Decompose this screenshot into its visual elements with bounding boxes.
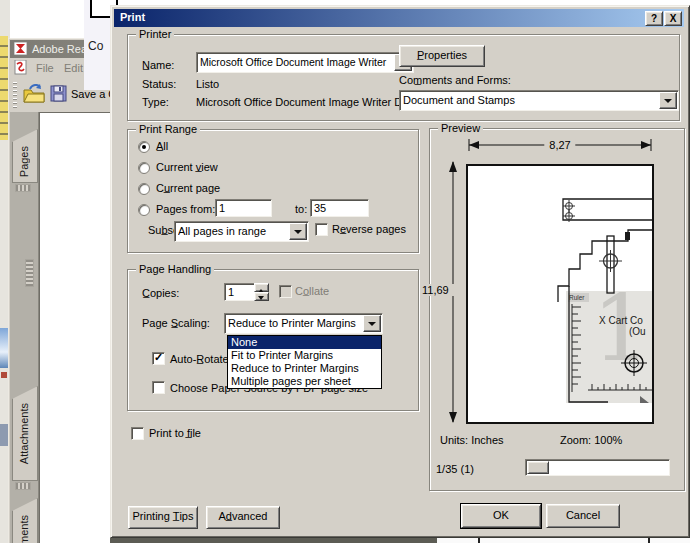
dropdown-option-fit[interactable]: Fit to Printer Margins	[228, 349, 381, 362]
left-red-fragment	[1, 372, 7, 378]
pdf-menu-icon	[13, 60, 28, 75]
left-blue-fragment	[0, 328, 8, 368]
tab-pages[interactable]: Pages	[12, 129, 38, 183]
tab-attachments[interactable]: Attachments	[12, 386, 38, 481]
toolbar-grip[interactable]	[13, 82, 17, 108]
screen: Adobe Reader - [c File Edit View Save a …	[0, 0, 690, 543]
copies-input[interactable]: 1	[224, 283, 257, 301]
preview-legend: Preview	[438, 122, 483, 135]
page-scaling-combo[interactable]: Reduce to Printer Margins	[224, 313, 383, 334]
comments-forms-combo[interactable]: Document and Stamps	[399, 90, 679, 111]
tab-comments[interactable]: Comments	[12, 498, 38, 543]
autorotate-checkbox[interactable]: ✓	[152, 352, 165, 365]
radio-all-label[interactable]: A̲ll	[156, 140, 168, 153]
page-scaling-label: Page S̲caling:	[142, 317, 210, 330]
save-icon[interactable]	[50, 85, 67, 102]
check-icon: ✓	[154, 351, 163, 364]
left-yellow-fragment	[0, 36, 8, 140]
tick-mark	[648, 538, 650, 543]
subset-value: All pages in range	[178, 224, 290, 239]
spinner-up-icon[interactable]	[254, 283, 269, 292]
menu-edit[interactable]: Edit	[64, 62, 83, 75]
slider-thumb[interactable]	[527, 461, 549, 474]
preview-caption-1: X Cart Co	[599, 315, 643, 326]
dialog-titlebar[interactable]: Print ? X	[114, 9, 684, 27]
nav-pane: Pages Attachments Comments	[10, 112, 39, 543]
copies-spinner[interactable]	[254, 283, 269, 301]
preview-group: Preview 8,27 11,69	[429, 128, 685, 491]
choose-paper-checkbox[interactable]	[152, 381, 165, 394]
type-label: Type:	[142, 96, 169, 109]
pages-tab-grip[interactable]	[15, 184, 31, 192]
attachments-tab-grip[interactable]	[15, 482, 31, 490]
radio-pages-from-label[interactable]: Pages from:	[156, 203, 215, 216]
type-value: Microsoft Office Document Image Writer D…	[196, 96, 424, 109]
chevron-down-icon	[664, 99, 672, 107]
overlay-text: Co	[88, 40, 103, 53]
copies-label: C̲opies:	[142, 287, 179, 300]
page-counter: 1/35 (1)	[436, 463, 474, 476]
advanced-button[interactable]: Ad̲vanced	[206, 506, 280, 529]
dropdown-option-none[interactable]: None	[228, 336, 381, 349]
chevron-down-icon	[368, 322, 376, 330]
radio-current-view[interactable]	[138, 162, 150, 174]
pages-to-label: to:	[295, 203, 307, 216]
height-dimension-label: 11,69	[422, 284, 456, 296]
page-handling-group: Page Handling C̲opies: 1 Co̲llate Page S…	[127, 269, 419, 411]
comments-forms-value: Document and Stamps	[403, 93, 660, 108]
printer-name-combo[interactable]: Microsoft Office Document Image Writer	[196, 52, 414, 73]
comments-forms-combo-arrow[interactable]	[659, 92, 677, 109]
radio-all[interactable]	[138, 141, 150, 153]
print-to-file-checkbox[interactable]	[131, 427, 144, 440]
preview-caption-2: (Ou	[629, 326, 646, 337]
collate-checkbox	[279, 285, 292, 298]
printer-group: Printer N̲ame: Microsoft Office Document…	[127, 34, 680, 121]
printing-tips-button[interactable]: Printing T̲ips	[128, 506, 198, 529]
print-to-file-label[interactable]: Print to f̲ile	[149, 427, 201, 440]
reverse-pages-label[interactable]: Re̲verse pages	[332, 223, 406, 236]
printer-name-value: Microsoft Office Document Image Writer	[200, 55, 395, 70]
page-scaling-combo-arrow[interactable]	[363, 315, 381, 332]
page-handling-legend: Page Handling	[136, 263, 214, 276]
properties-button[interactable]: P̲roperties	[399, 45, 485, 67]
open-folder-icon[interactable]	[22, 84, 46, 104]
dropdown-option-reduce[interactable]: Reduce to Printer Margins	[228, 362, 381, 375]
width-dimension-label: 8,27	[544, 139, 575, 151]
help-button[interactable]: ?	[645, 11, 663, 26]
page-scaling-dropdown: None Fit to Printer Margins Reduce to Pr…	[227, 335, 382, 389]
status-value: Listo	[196, 78, 219, 91]
radio-current-page-label[interactable]: Cu̲rrent page	[156, 182, 220, 195]
printer-name-label: N̲ame:	[142, 59, 174, 72]
comments-forms-label: Com̲ments and Forms:	[399, 74, 511, 87]
dialog-title: Print	[120, 11, 145, 24]
dropdown-option-multiple[interactable]: Multiple pages per sheet	[228, 375, 381, 388]
spinner-down-icon[interactable]	[254, 292, 269, 301]
left-gray-fragment	[0, 424, 8, 446]
radio-current-view-label[interactable]: Current v̲iew	[156, 161, 218, 174]
pane-splitter[interactable]	[25, 259, 34, 287]
print-range-legend: Print Range	[136, 123, 200, 136]
print-range-group: Print Range A̲ll Current v̲iew Cu̲rrent …	[127, 129, 419, 253]
radio-current-page[interactable]	[138, 183, 150, 195]
radio-pages-from[interactable]	[138, 204, 150, 216]
zoom-label: Zoom: 100%	[560, 434, 622, 447]
tick-mark	[478, 538, 480, 543]
subset-combo-arrow[interactable]	[289, 223, 307, 240]
cancel-button[interactable]: Cancel	[546, 504, 620, 528]
collate-label: Co̲llate	[295, 285, 329, 298]
reverse-pages-checkbox[interactable]	[315, 223, 328, 236]
page-scaling-value: Reduce to Printer Margins	[228, 316, 364, 331]
menu-file[interactable]: File	[36, 62, 54, 75]
pages-to-input[interactable]: 35	[310, 199, 369, 217]
subset-combo[interactable]: All pages in range	[174, 221, 309, 242]
preview-drawing: 1 Ruler	[468, 166, 652, 422]
ok-button[interactable]: OK	[461, 504, 541, 528]
pages-from-input[interactable]: 1	[215, 199, 272, 217]
close-button[interactable]: X	[664, 11, 682, 26]
chevron-down-icon	[294, 230, 302, 238]
units-label: Units: Inches	[440, 434, 504, 447]
preview-page-slider[interactable]	[525, 459, 670, 476]
overlay-window-fragment: Co	[84, 0, 111, 90]
print-dialog: Print ? X Printer N̲ame: Microsoft Offic…	[110, 5, 690, 538]
printer-legend: Printer	[136, 28, 174, 41]
